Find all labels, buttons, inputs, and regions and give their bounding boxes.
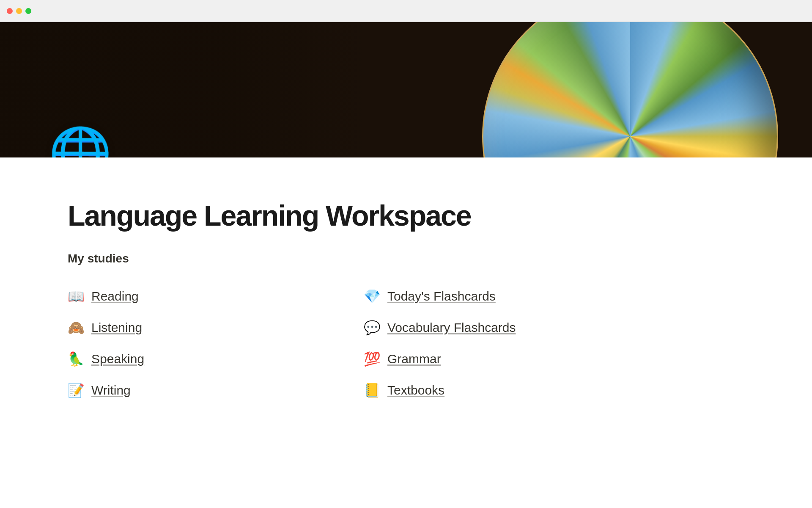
globe-icon: 🌐 (51, 124, 110, 157)
study-item-todays-flashcards[interactable]: 💎 Today's Flashcards (364, 281, 660, 312)
maximize-button[interactable] (25, 8, 31, 14)
study-label-writing: Writing (91, 383, 131, 398)
study-item-textbooks[interactable]: 📒 Textbooks (364, 375, 660, 406)
studies-grid: 📖 Reading 🙈 Listening 🦜 Speaking 📝 Writi… (68, 281, 660, 406)
study-label-vocabulary-flashcards: Vocabulary Flashcards (387, 320, 516, 335)
study-emoji-listening: 🙈 (68, 320, 85, 336)
hero-banner: 🌐 (0, 22, 812, 157)
study-label-textbooks: Textbooks (387, 383, 444, 398)
study-label-todays-flashcards: Today's Flashcards (387, 289, 496, 304)
study-emoji-textbooks: 📒 (364, 382, 381, 398)
study-item-writing[interactable]: 📝 Writing (68, 375, 364, 406)
study-emoji-reading: 📖 (68, 288, 85, 304)
study-item-reading[interactable]: 📖 Reading (68, 281, 364, 312)
study-emoji-todays-flashcards: 💎 (364, 288, 381, 304)
titlebar (0, 0, 812, 22)
study-label-grammar: Grammar (387, 352, 441, 366)
globe-icon-container: 🌐 (51, 124, 110, 157)
close-button[interactable] (7, 8, 13, 14)
page-content: Language Learning Workspace My studies 📖… (0, 157, 812, 496)
right-study-column: 💎 Today's Flashcards 💬 Vocabulary Flashc… (364, 281, 660, 406)
study-emoji-writing: 📝 (68, 382, 85, 398)
left-study-column: 📖 Reading 🙈 Listening 🦜 Speaking 📝 Writi… (68, 281, 364, 406)
minimize-button[interactable] (16, 8, 22, 14)
section-heading: My studies (68, 252, 744, 265)
study-item-listening[interactable]: 🙈 Listening (68, 312, 364, 343)
study-emoji-grammar: 💯 (364, 351, 381, 367)
globe-background (482, 22, 778, 157)
page-title: Language Learning Workspace (68, 200, 744, 232)
study-item-speaking[interactable]: 🦜 Speaking (68, 343, 364, 375)
study-item-vocabulary-flashcards[interactable]: 💬 Vocabulary Flashcards (364, 312, 660, 343)
study-emoji-speaking: 🦜 (68, 351, 85, 367)
study-label-reading: Reading (91, 289, 139, 304)
study-label-speaking: Speaking (91, 352, 144, 366)
study-label-listening: Listening (91, 320, 142, 335)
study-item-grammar[interactable]: 💯 Grammar (364, 343, 660, 375)
study-emoji-vocabulary-flashcards: 💬 (364, 320, 381, 336)
